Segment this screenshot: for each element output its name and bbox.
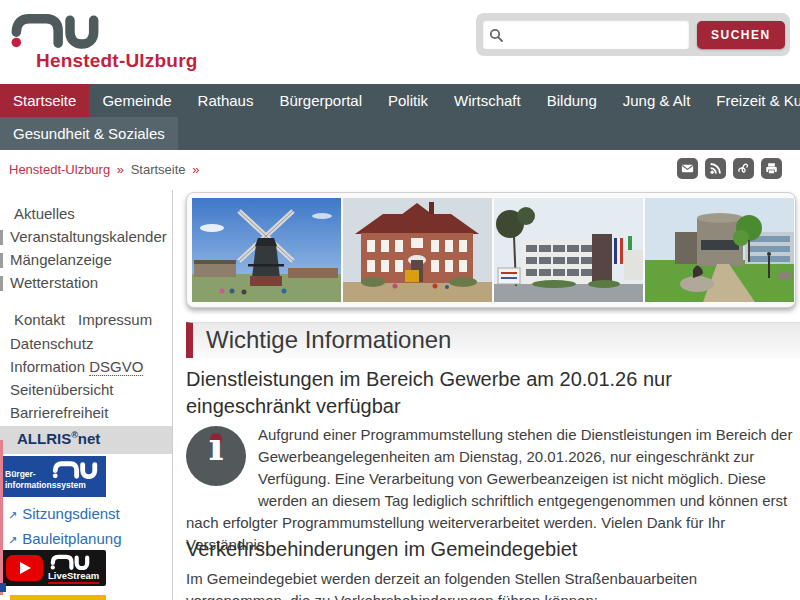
site-title: Henstedt-Ulzburg <box>36 50 198 72</box>
livestream-banner[interactable]: LiveStream <box>0 550 106 586</box>
nav-item-wirtschaft[interactable]: Wirtschaft <box>441 84 534 117</box>
nav-item-bildung[interactable]: Bildung <box>534 84 610 117</box>
hu-logo-icon-white <box>50 553 90 570</box>
banner-line2: informationssystem <box>5 480 86 490</box>
bauleitplanung-label: Bauleitplanung <box>22 530 121 547</box>
page-toolbar <box>677 158 782 179</box>
info-prefix: Information <box>10 358 85 375</box>
main-navigation: Startseite Gemeinde Rathaus Bürgerportal… <box>0 84 800 150</box>
buergerinformationssystem-banner[interactable]: Bürger- informationssystem <box>0 456 106 497</box>
sidebar-divider <box>172 190 173 600</box>
breadcrumb-current[interactable]: Startseite <box>131 162 186 177</box>
nav-item-gesundheit-und-soziales[interactable]: Gesundheit & Soziales <box>0 117 178 150</box>
sitzungsdienst-label: Sitzungsdienst <box>22 505 120 522</box>
sidebar-item-impressum[interactable]: Impressum <box>78 311 152 328</box>
nav-item-gemeinde[interactable]: Gemeinde <box>89 84 184 117</box>
nav-item-jung-und-alt[interactable]: Jung & Alt <box>610 84 704 117</box>
breadcrumb-separator: » <box>114 162 127 177</box>
sidebar-item-aktuelles[interactable]: Aktuelles <box>14 205 75 222</box>
dsgvo-term[interactable]: DSGVO <box>89 358 143 376</box>
sidebar-marker <box>0 253 3 268</box>
sidebar-item-datenschutz[interactable]: Datenschutz <box>10 335 93 352</box>
breadcrumb: Henstedt-Ulzburg » Startseite » <box>9 162 202 177</box>
print-icon[interactable] <box>761 158 782 179</box>
article2-body: Im Gemeindegebiet werden derzeit an folg… <box>186 568 796 600</box>
sidebar-item-veranstaltungskalender[interactable]: Veranstaltungskalender <box>10 228 167 245</box>
allris-name: ALLRIS <box>17 430 71 447</box>
info-icon-stem: ı <box>186 435 246 457</box>
sidebar-marker <box>0 230 3 245</box>
article2-title: Verkehrsbehinderungen im Gemeindegebiet <box>186 536 798 563</box>
allris-net-link[interactable]: ALLRIS®net <box>17 430 100 447</box>
decorative-chip <box>0 583 6 592</box>
livestream-label: LiveStream <box>48 570 99 584</box>
search-input[interactable] <box>509 21 689 48</box>
external-link-icon: ↗ <box>8 534 17 546</box>
photo-round-building <box>645 198 794 302</box>
header: Henstedt-Ulzburg SUCHEN <box>0 0 800 84</box>
external-link-icon: ↗ <box>8 509 17 521</box>
decorative-line <box>0 440 3 595</box>
allris-net: net <box>78 430 101 447</box>
allris-reg: ® <box>71 430 78 440</box>
sidebar-item-seitenuebersicht[interactable]: Seitenübersicht <box>10 381 113 398</box>
search-field[interactable] <box>483 20 689 49</box>
nav-item-freizeit-und-kultur[interactable]: Freizeit & Kultur <box>703 84 800 117</box>
sidebar-item-information-dsgvo[interactable]: Information DSGVO <box>10 358 143 375</box>
breadcrumb-home[interactable]: Henstedt-Ulzburg <box>9 162 110 177</box>
hu-logo-icon <box>10 8 100 50</box>
breadcrumb-separator: » <box>189 162 202 177</box>
sidebar-marker <box>0 276 3 291</box>
photo-slideshow <box>186 192 796 308</box>
photo-historic-school <box>343 198 492 302</box>
search-submit-button[interactable]: SUCHEN <box>697 21 785 49</box>
nav-item-rathaus[interactable]: Rathaus <box>185 84 267 117</box>
hu-logo-icon-white <box>52 459 98 479</box>
sidebar-item-barrierefreiheit[interactable]: Barrierefreiheit <box>10 404 108 421</box>
sidebar-item-maengelanzeige[interactable]: Mängelanzeige <box>10 251 112 268</box>
sidebar-item-kontakt[interactable]: Kontakt <box>14 311 65 328</box>
rss-icon[interactable] <box>705 158 726 179</box>
section-header: Wichtige Informationen <box>186 322 800 358</box>
info-icon: ı <box>186 426 246 486</box>
photo-modern-offices <box>494 198 643 302</box>
youtube-icon <box>6 555 43 581</box>
banner-line1: Bürger- <box>5 469 36 479</box>
email-icon[interactable] <box>677 158 698 179</box>
site-logo[interactable]: Henstedt-Ulzburg <box>10 6 230 78</box>
search-icon <box>483 28 509 42</box>
search-box: SUCHEN <box>476 13 790 56</box>
sidebar-item-bauleitplanung[interactable]: ↗Bauleitplanung <box>8 530 121 547</box>
nav-item-politik[interactable]: Politik <box>375 84 441 117</box>
pdf-icon[interactable] <box>733 158 754 179</box>
nav-item-buergerportal[interactable]: Bürgerportal <box>266 84 375 117</box>
article1-title: Dienstleistungen im Bereich Gewerbe am 2… <box>186 366 798 420</box>
sidebar-item-wetterstation[interactable]: Wetterstation <box>10 274 98 291</box>
nav-item-startseite[interactable]: Startseite <box>0 84 89 117</box>
page: Henstedt-Ulzburg SUCHEN Startseite Gemei… <box>0 0 800 600</box>
sidebar-item-sitzungsdienst[interactable]: ↗Sitzungsdienst <box>8 505 120 522</box>
article1-text: Aufgrund einer Programmumstellung stehen… <box>186 426 792 553</box>
section-title: Wichtige Informationen <box>193 323 800 357</box>
partial-banner-edge <box>10 595 106 600</box>
photo-windmill <box>192 198 341 302</box>
